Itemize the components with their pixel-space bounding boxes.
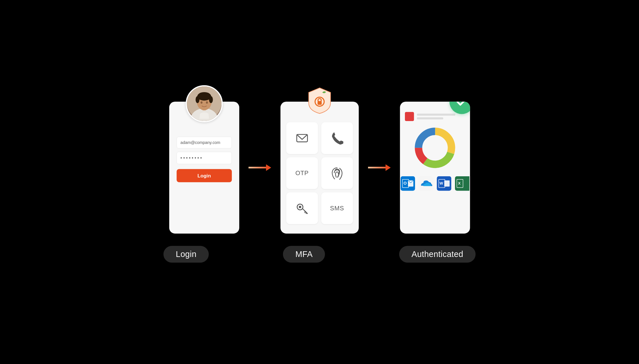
svg-text:W: W (440, 181, 443, 185)
login-button[interactable]: Login (177, 169, 232, 182)
svg-marker-11 (266, 164, 271, 171)
svg-rect-35 (444, 180, 450, 187)
mfa-fingerprint-option[interactable] (321, 157, 353, 189)
outlook-icon: O (400, 176, 415, 190)
login-label: Login (163, 246, 209, 262)
checkmark-icon (455, 102, 468, 108)
mfa-sms-option[interactable]: SMS (321, 192, 353, 224)
shield-badge (306, 87, 333, 114)
red-square-indicator (405, 112, 414, 121)
svg-text:X: X (458, 181, 460, 185)
authenticated-label: Authenticated (399, 246, 476, 262)
labels-row: Login MFA Authenticated (163, 246, 476, 262)
app-icons-row: O (400, 176, 469, 190)
mfa-otp-option[interactable]: OTP (286, 157, 318, 189)
word-icon: W (437, 176, 451, 190)
excel-icon: X (455, 176, 469, 190)
mfa-options-grid: OTP (286, 122, 353, 224)
sms-label: SMS (330, 205, 344, 211)
phone-icon (331, 131, 344, 145)
user-avatar (187, 86, 221, 121)
email-field[interactable]: adam@company.com (177, 136, 232, 148)
fingerprint-icon (331, 167, 344, 180)
auth-text-lines (417, 114, 465, 119)
auth-header-row (405, 112, 465, 121)
arrow-2 (367, 161, 391, 174)
password-field[interactable] (177, 152, 232, 164)
mfa-phone-option[interactable] (321, 122, 353, 154)
flow-row: adam@company.com Login (163, 102, 476, 234)
arrow-1 (248, 161, 272, 174)
mfa-key-option[interactable] (286, 192, 318, 224)
email-icon (295, 131, 308, 145)
svg-marker-22 (385, 164, 391, 171)
svg-text:O: O (403, 181, 407, 185)
scene: adam@company.com Login (0, 0, 639, 364)
otp-label: OTP (295, 169, 309, 176)
login-card: adam@company.com Login (169, 102, 239, 234)
mfa-email-option[interactable] (286, 122, 318, 154)
auth-card: O (400, 102, 470, 234)
login-fields: adam@company.com Login (177, 136, 232, 182)
auth-line-2 (417, 117, 443, 119)
donut-chart (412, 125, 458, 170)
auth-line-1 (417, 114, 455, 116)
mfa-card: OTP (280, 102, 359, 234)
mfa-label: MFA (283, 246, 325, 262)
svg-point-17 (299, 205, 301, 208)
key-icon (295, 201, 308, 215)
donut-center (424, 136, 446, 159)
onedrive-icon (419, 176, 433, 190)
